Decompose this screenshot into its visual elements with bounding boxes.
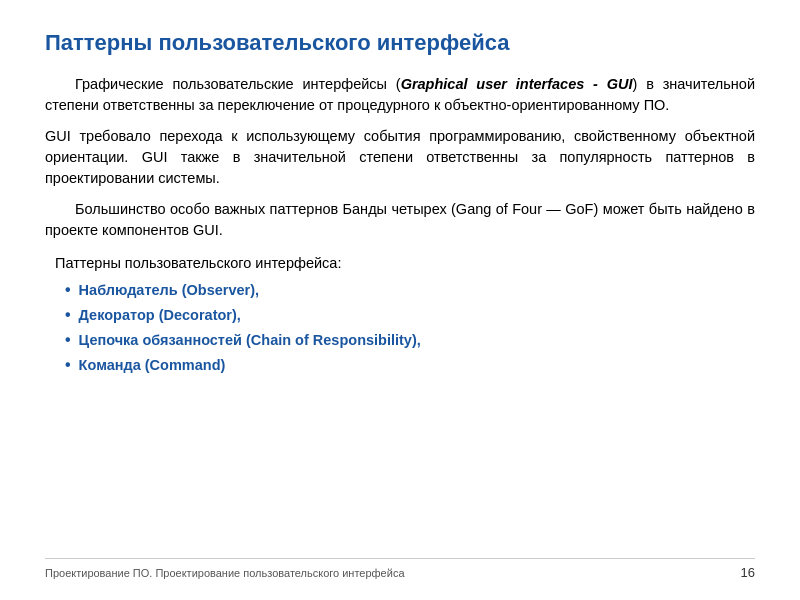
list-item: Цепочка обязанностей (Chain of Responsib… (65, 330, 755, 351)
para1-bold-text: Graphical user interfaces - GUI (401, 76, 633, 92)
paragraph-2: GUI требовало перехода к использующему с… (45, 126, 755, 189)
slide-footer: Проектирование ПО. Проектирование пользо… (45, 558, 755, 580)
bullet-intro: Паттерны пользовательского интерфейса: (55, 253, 755, 274)
footer-page: 16 (741, 565, 755, 580)
list-item: Команда (Command) (65, 355, 755, 376)
slide-title: Паттерны пользовательского интерфейса (45, 30, 755, 56)
para1-text-before: Графические пользовательские интерфейсы … (75, 76, 401, 92)
list-item: Наблюдатель (Observer), (65, 280, 755, 301)
list-item: Декоратор (Decorator), (65, 305, 755, 326)
footer-text: Проектирование ПО. Проектирование пользо… (45, 566, 405, 580)
bullet-list: Наблюдатель (Observer), Декоратор (Decor… (55, 280, 755, 376)
slide: Паттерны пользовательского интерфейса Гр… (0, 0, 800, 600)
paragraph-1: Графические пользовательские интерфейсы … (45, 74, 755, 116)
slide-body: Графические пользовательские интерфейсы … (45, 74, 755, 548)
bullet-section: Паттерны пользовательского интерфейса: Н… (55, 253, 755, 376)
paragraph-3: Большинство особо важных паттернов Банды… (45, 199, 755, 241)
